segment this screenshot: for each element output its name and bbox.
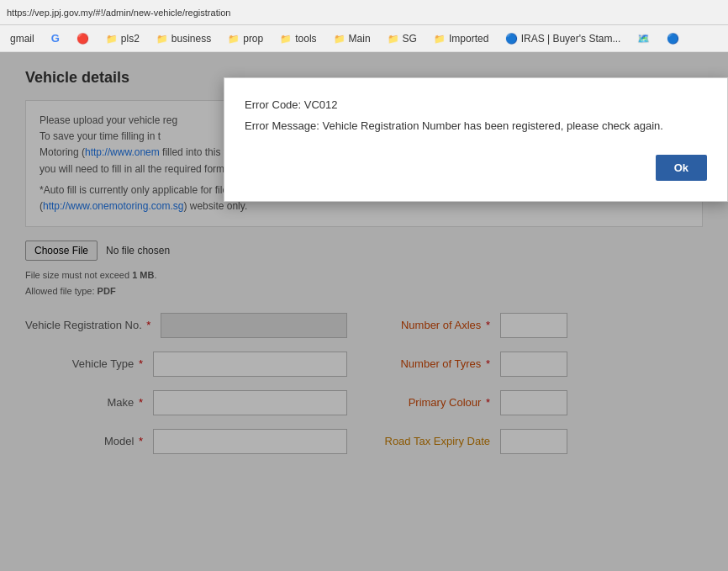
- bookmark-imported[interactable]: Imported: [429, 31, 493, 46]
- modal-footer: Ok: [245, 155, 707, 181]
- browser-url-bar: https://vep.jpj.gov.my/#!/admin/new-vehi…: [0, 0, 728, 25]
- url-text: https://vep.jpj.gov.my/#!/admin/new-vehi…: [7, 8, 230, 18]
- modal-overlay: Error Code: VC012 Error Message: Vehicle…: [0, 52, 728, 571]
- bookmark-extra[interactable]: 🔵: [662, 31, 684, 46]
- modal-ok-button[interactable]: Ok: [656, 155, 707, 181]
- bookmark-opera[interactable]: 🔴: [71, 31, 94, 46]
- bookmark-google[interactable]: G: [46, 30, 65, 46]
- modal-dialog: Error Code: VC012 Error Message: Vehicle…: [224, 77, 728, 202]
- bookmark-prop[interactable]: prop: [223, 31, 268, 46]
- bookmark-main[interactable]: Main: [329, 31, 376, 46]
- bookmark-business[interactable]: business: [151, 31, 216, 46]
- page-content: Vehicle details Please upload your vehic…: [0, 52, 728, 571]
- modal-error-code: Error Code: VC012: [245, 98, 707, 111]
- bookmark-tools[interactable]: tools: [275, 31, 321, 46]
- modal-error-message: Error Message: Vehicle Registration Numb…: [245, 118, 707, 135]
- bookmark-map[interactable]: 🗺️: [632, 31, 655, 46]
- bookmark-gmail[interactable]: gmail: [5, 31, 40, 46]
- bookmark-sg[interactable]: SG: [382, 31, 422, 46]
- bookmarks-bar: gmail G 🔴 pls2 business prop tools Main …: [0, 25, 728, 52]
- bookmark-pls2[interactable]: pls2: [101, 31, 145, 46]
- bookmark-iras[interactable]: 🔵 IRAS | Buyer's Stam...: [500, 31, 625, 46]
